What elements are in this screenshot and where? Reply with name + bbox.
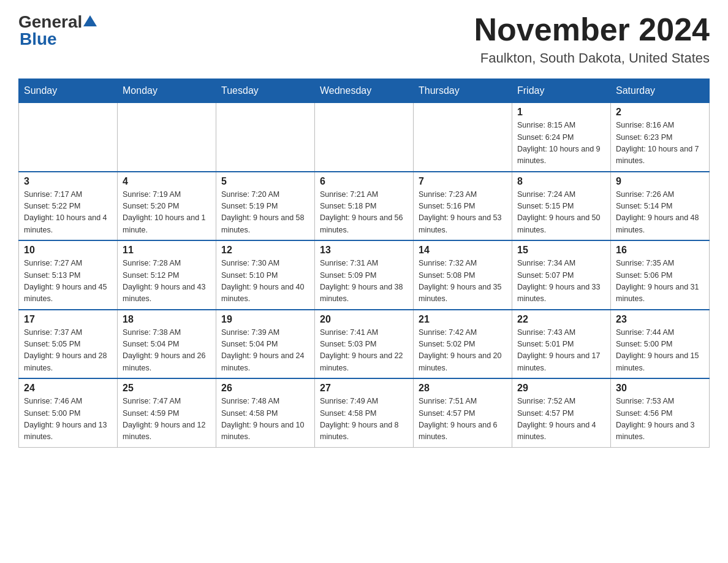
- calendar-cell: 6Sunrise: 7:21 AM Sunset: 5:18 PM Daylig…: [315, 172, 414, 241]
- day-number: 2: [616, 107, 704, 118]
- day-number: 9: [616, 176, 704, 187]
- calendar-cell: 2Sunrise: 8:16 AM Sunset: 6:23 PM Daylig…: [611, 103, 710, 172]
- calendar-cell: 29Sunrise: 7:52 AM Sunset: 4:57 PM Dayli…: [512, 378, 611, 447]
- weekday-header-tuesday: Tuesday: [216, 79, 315, 103]
- day-info: Sunrise: 7:43 AM Sunset: 5:01 PM Dayligh…: [517, 327, 605, 375]
- day-info: Sunrise: 7:19 AM Sunset: 5:20 PM Dayligh…: [123, 189, 211, 237]
- day-info: Sunrise: 7:28 AM Sunset: 5:12 PM Dayligh…: [123, 258, 211, 305]
- title-area: November 2024 Faulkton, South Dakota, Un…: [474, 12, 710, 66]
- day-number: 26: [221, 383, 309, 394]
- weekday-header-sunday: Sunday: [19, 79, 118, 103]
- day-number: 24: [24, 383, 112, 394]
- calendar-week-row-1: 1Sunrise: 8:15 AM Sunset: 6:24 PM Daylig…: [19, 103, 710, 172]
- calendar-cell: 14Sunrise: 7:32 AM Sunset: 5:08 PM Dayli…: [414, 240, 512, 310]
- day-number: 25: [123, 383, 211, 394]
- calendar-cell: 24Sunrise: 7:46 AM Sunset: 5:00 PM Dayli…: [19, 378, 118, 447]
- calendar-cell: 5Sunrise: 7:20 AM Sunset: 5:19 PM Daylig…: [216, 172, 315, 241]
- calendar-table: SundayMondayTuesdayWednesdayThursdayFrid…: [18, 79, 710, 448]
- day-number: 6: [320, 176, 408, 187]
- calendar-week-row-3: 10Sunrise: 7:27 AM Sunset: 5:13 PM Dayli…: [19, 240, 710, 310]
- day-number: 8: [517, 176, 605, 187]
- day-number: 13: [320, 245, 408, 256]
- calendar-cell: 25Sunrise: 7:47 AM Sunset: 4:59 PM Dayli…: [118, 378, 216, 447]
- day-number: 12: [221, 245, 309, 256]
- day-number: 30: [616, 383, 704, 394]
- day-info: Sunrise: 7:46 AM Sunset: 5:00 PM Dayligh…: [24, 396, 112, 443]
- day-info: Sunrise: 7:37 AM Sunset: 5:05 PM Dayligh…: [24, 327, 112, 375]
- day-info: Sunrise: 7:32 AM Sunset: 5:08 PM Dayligh…: [419, 258, 507, 305]
- day-info: Sunrise: 7:26 AM Sunset: 5:14 PM Dayligh…: [616, 189, 704, 237]
- day-info: Sunrise: 7:39 AM Sunset: 5:04 PM Dayligh…: [221, 327, 309, 375]
- day-info: Sunrise: 7:53 AM Sunset: 4:56 PM Dayligh…: [616, 396, 704, 443]
- day-number: 29: [517, 383, 605, 394]
- calendar-cell: [216, 103, 315, 172]
- calendar-cell: 28Sunrise: 7:51 AM Sunset: 4:57 PM Dayli…: [414, 378, 512, 447]
- calendar-cell: [414, 103, 512, 172]
- day-number: 17: [24, 314, 112, 325]
- day-info: Sunrise: 7:41 AM Sunset: 5:03 PM Dayligh…: [320, 327, 408, 375]
- day-number: 23: [616, 314, 704, 325]
- calendar-cell: 7Sunrise: 7:23 AM Sunset: 5:16 PM Daylig…: [414, 172, 512, 241]
- weekday-header-wednesday: Wednesday: [315, 79, 414, 103]
- day-number: 18: [123, 314, 211, 325]
- calendar-cell: 27Sunrise: 7:49 AM Sunset: 4:58 PM Dayli…: [315, 378, 414, 447]
- day-number: 27: [320, 383, 408, 394]
- day-number: 16: [616, 245, 704, 256]
- day-info: Sunrise: 7:30 AM Sunset: 5:10 PM Dayligh…: [221, 258, 309, 305]
- weekday-header-saturday: Saturday: [611, 79, 710, 103]
- weekday-header-friday: Friday: [512, 79, 611, 103]
- calendar-cell: [19, 103, 118, 172]
- day-info: Sunrise: 7:49 AM Sunset: 4:58 PM Dayligh…: [320, 396, 408, 443]
- svg-marker-0: [83, 15, 97, 26]
- page-header: General Blue November 2024 Faulkton, Sou…: [18, 12, 710, 66]
- calendar-cell: 23Sunrise: 7:44 AM Sunset: 5:00 PM Dayli…: [611, 310, 710, 379]
- day-number: 14: [419, 245, 507, 256]
- month-title: November 2024: [474, 12, 710, 47]
- logo: General Blue: [18, 12, 97, 49]
- calendar-cell: 26Sunrise: 7:48 AM Sunset: 4:58 PM Dayli…: [216, 378, 315, 447]
- day-info: Sunrise: 7:47 AM Sunset: 4:59 PM Dayligh…: [123, 396, 211, 443]
- day-info: Sunrise: 7:31 AM Sunset: 5:09 PM Dayligh…: [320, 258, 408, 305]
- day-info: Sunrise: 7:51 AM Sunset: 4:57 PM Dayligh…: [419, 396, 507, 443]
- day-number: 22: [517, 314, 605, 325]
- calendar-cell: 1Sunrise: 8:15 AM Sunset: 6:24 PM Daylig…: [512, 103, 611, 172]
- day-info: Sunrise: 7:21 AM Sunset: 5:18 PM Dayligh…: [320, 189, 408, 237]
- weekday-header-row: SundayMondayTuesdayWednesdayThursdayFrid…: [19, 79, 710, 103]
- day-info: Sunrise: 7:44 AM Sunset: 5:00 PM Dayligh…: [616, 327, 704, 375]
- day-info: Sunrise: 7:42 AM Sunset: 5:02 PM Dayligh…: [419, 327, 507, 375]
- calendar-cell: [118, 103, 216, 172]
- calendar-cell: 3Sunrise: 7:17 AM Sunset: 5:22 PM Daylig…: [19, 172, 118, 241]
- day-number: 3: [24, 176, 112, 187]
- day-info: Sunrise: 7:52 AM Sunset: 4:57 PM Dayligh…: [517, 396, 605, 443]
- day-number: 19: [221, 314, 309, 325]
- day-number: 28: [419, 383, 507, 394]
- day-info: Sunrise: 7:17 AM Sunset: 5:22 PM Dayligh…: [24, 189, 112, 237]
- calendar-cell: 19Sunrise: 7:39 AM Sunset: 5:04 PM Dayli…: [216, 310, 315, 379]
- day-number: 4: [123, 176, 211, 187]
- calendar-week-row-5: 24Sunrise: 7:46 AM Sunset: 5:00 PM Dayli…: [19, 378, 710, 447]
- logo-triangle-icon: [83, 14, 97, 28]
- day-info: Sunrise: 8:16 AM Sunset: 6:23 PM Dayligh…: [616, 120, 704, 167]
- day-info: Sunrise: 7:23 AM Sunset: 5:16 PM Dayligh…: [419, 189, 507, 237]
- day-info: Sunrise: 7:35 AM Sunset: 5:06 PM Dayligh…: [616, 258, 704, 305]
- calendar-cell: 8Sunrise: 7:24 AM Sunset: 5:15 PM Daylig…: [512, 172, 611, 241]
- day-number: 15: [517, 245, 605, 256]
- calendar-cell: [315, 103, 414, 172]
- day-info: Sunrise: 7:34 AM Sunset: 5:07 PM Dayligh…: [517, 258, 605, 305]
- day-number: 10: [24, 245, 112, 256]
- weekday-header-monday: Monday: [118, 79, 216, 103]
- day-number: 21: [419, 314, 507, 325]
- logo-blue-text: Blue: [20, 29, 57, 48]
- calendar-cell: 20Sunrise: 7:41 AM Sunset: 5:03 PM Dayli…: [315, 310, 414, 379]
- calendar-cell: 12Sunrise: 7:30 AM Sunset: 5:10 PM Dayli…: [216, 240, 315, 310]
- calendar-cell: 16Sunrise: 7:35 AM Sunset: 5:06 PM Dayli…: [611, 240, 710, 310]
- calendar-cell: 15Sunrise: 7:34 AM Sunset: 5:07 PM Dayli…: [512, 240, 611, 310]
- day-number: 1: [517, 107, 605, 118]
- day-info: Sunrise: 8:15 AM Sunset: 6:24 PM Dayligh…: [517, 120, 605, 167]
- calendar-cell: 18Sunrise: 7:38 AM Sunset: 5:04 PM Dayli…: [118, 310, 216, 379]
- day-number: 5: [221, 176, 309, 187]
- calendar-cell: 30Sunrise: 7:53 AM Sunset: 4:56 PM Dayli…: [611, 378, 710, 447]
- day-info: Sunrise: 7:48 AM Sunset: 4:58 PM Dayligh…: [221, 396, 309, 443]
- day-info: Sunrise: 7:27 AM Sunset: 5:13 PM Dayligh…: [24, 258, 112, 305]
- calendar-week-row-4: 17Sunrise: 7:37 AM Sunset: 5:05 PM Dayli…: [19, 310, 710, 379]
